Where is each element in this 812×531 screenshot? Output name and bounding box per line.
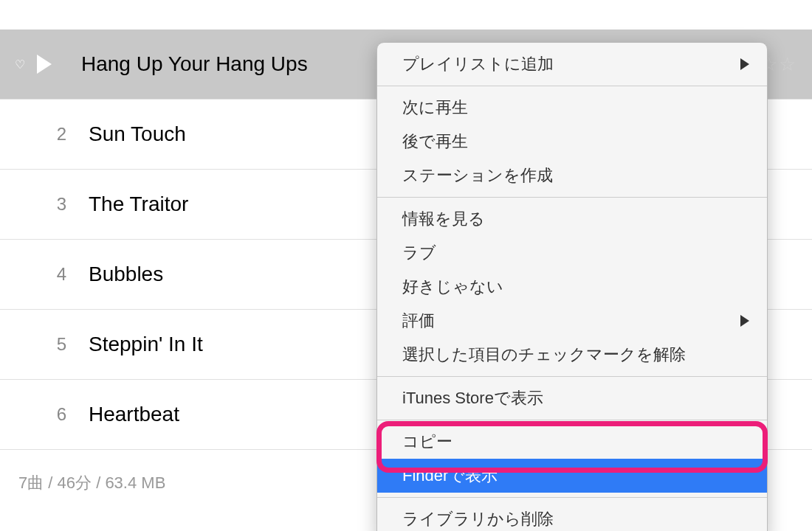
track-number: 5 [37,334,66,355]
track-title: Hang Up Your Hang Ups [81,52,308,76]
track-title: Bubbles [89,263,163,286]
menu-show-in-finder[interactable]: Finderで表示 [377,459,767,493]
track-number: 2 [37,124,66,145]
play-icon[interactable] [37,55,52,74]
menu-love[interactable]: ラブ [377,236,767,270]
menu-remove-from-library[interactable]: ライブラリから削除 [377,502,767,531]
menu-dislike[interactable]: 好きじゃない [377,270,767,304]
menu-separator [377,497,767,498]
menu-uncheck[interactable]: 選択した項目のチェックマークを解除 [377,338,767,372]
menu-separator [377,420,767,420]
track-title: Steppin' In It [89,333,203,356]
menu-play-later[interactable]: 後で再生 [377,125,767,159]
heart-icon: ♡ [15,58,30,72]
context-menu: プレイリストに追加 次に再生 後で再生 ステーションを作成 情報を見る ラブ 好… [376,42,768,531]
menu-add-to-playlist[interactable]: プレイリストに追加 [377,47,767,81]
menu-separator [377,376,767,377]
track-number: 3 [37,194,66,215]
menu-show-in-store[interactable]: iTunes Storeで表示 [377,381,767,415]
menu-play-next[interactable]: 次に再生 [377,91,767,125]
menu-create-station[interactable]: ステーションを作成 [377,159,767,192]
menu-separator [377,197,767,198]
menu-rating[interactable]: 評価 [377,304,767,338]
track-number: 6 [37,404,66,425]
menu-separator [377,86,767,86]
track-title: Heartbeat [89,403,179,426]
track-number: 4 [37,264,66,285]
menu-get-info[interactable]: 情報を見る [377,202,767,236]
track-title: Sun Touch [89,122,186,146]
menu-copy[interactable]: コピー [377,425,767,459]
track-title: The Traitor [89,192,188,216]
